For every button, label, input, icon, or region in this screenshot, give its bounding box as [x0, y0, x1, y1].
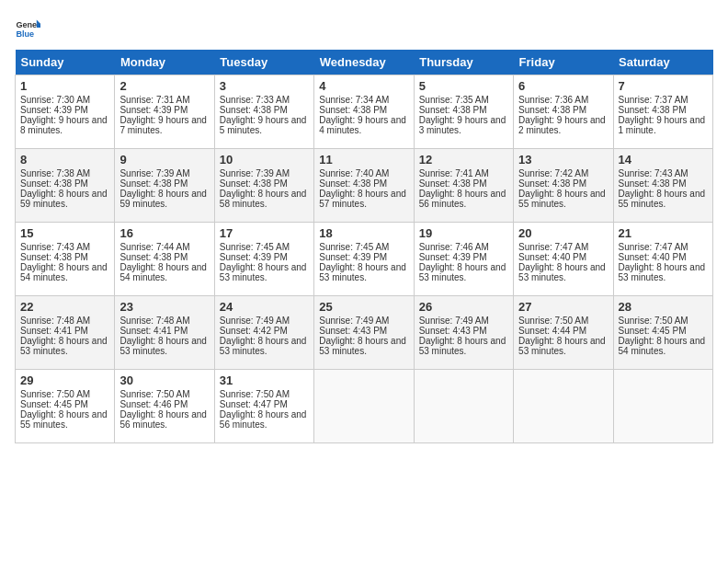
day-number: 12	[419, 153, 508, 167]
daylight-label: Daylight: 8 hours and 56 minutes.	[220, 409, 307, 430]
sunrise-label: Sunrise: 7:30 AM	[20, 95, 90, 105]
calendar-cell: 24Sunrise: 7:49 AMSunset: 4:42 PMDayligh…	[214, 296, 313, 370]
daylight-label: Daylight: 8 hours and 58 minutes.	[220, 189, 307, 209]
daylight-label: Daylight: 8 hours and 57 minutes.	[319, 189, 406, 209]
daylight-label: Daylight: 8 hours and 53 minutes.	[319, 262, 406, 282]
calendar-cell: 15Sunrise: 7:43 AMSunset: 4:38 PMDayligh…	[16, 223, 115, 296]
calendar-cell: 13Sunrise: 7:42 AMSunset: 4:38 PMDayligh…	[514, 149, 613, 223]
daylight-label: Daylight: 9 hours and 7 minutes.	[119, 115, 207, 135]
day-number: 1	[20, 79, 109, 93]
sunrise-label: Sunrise: 7:31 AM	[119, 95, 189, 105]
col-header-tuesday: Tuesday	[214, 50, 313, 75]
sunset-label: Sunset: 4:38 PM	[319, 178, 387, 189]
calendar-cell: 9Sunrise: 7:39 AMSunset: 4:38 PMDaylight…	[115, 149, 214, 223]
sunrise-label: Sunrise: 7:46 AM	[419, 242, 489, 252]
day-number: 3	[220, 79, 309, 93]
calendar-cell: 20Sunrise: 7:47 AMSunset: 4:40 PMDayligh…	[514, 223, 613, 296]
day-number: 19	[419, 226, 508, 240]
calendar-cell: 29Sunrise: 7:50 AMSunset: 4:45 PMDayligh…	[16, 370, 115, 443]
sunrise-label: Sunrise: 7:49 AM	[319, 316, 389, 326]
calendar-cell: 4Sunrise: 7:34 AMSunset: 4:38 PMDaylight…	[314, 75, 414, 149]
daylight-label: Daylight: 8 hours and 53 minutes.	[419, 336, 506, 356]
sunrise-label: Sunrise: 7:43 AM	[20, 242, 90, 252]
sunset-label: Sunset: 4:39 PM	[119, 105, 188, 115]
sunrise-label: Sunrise: 7:34 AM	[319, 95, 389, 105]
daylight-label: Daylight: 8 hours and 54 minutes.	[119, 262, 207, 282]
day-number: 6	[518, 79, 608, 93]
sunrise-label: Sunrise: 7:33 AM	[220, 95, 290, 105]
day-number: 16	[119, 226, 209, 240]
sunset-label: Sunset: 4:39 PM	[419, 252, 487, 262]
day-number: 17	[220, 226, 309, 240]
daylight-label: Daylight: 8 hours and 55 minutes.	[518, 189, 606, 209]
sunset-label: Sunset: 4:38 PM	[220, 105, 288, 115]
daylight-label: Daylight: 9 hours and 3 minutes.	[419, 115, 506, 135]
sunrise-label: Sunrise: 7:45 AM	[220, 242, 290, 252]
calendar-cell: 2Sunrise: 7:31 AMSunset: 4:39 PMDaylight…	[115, 75, 214, 149]
day-number: 5	[419, 79, 508, 93]
calendar-cell: 31Sunrise: 7:50 AMSunset: 4:47 PMDayligh…	[214, 370, 313, 443]
sunrise-label: Sunrise: 7:48 AM	[20, 316, 90, 326]
day-number: 23	[119, 300, 209, 314]
day-number: 30	[119, 373, 209, 387]
day-number: 15	[20, 226, 109, 240]
daylight-label: Daylight: 9 hours and 1 minute.	[619, 115, 706, 135]
day-number: 22	[20, 300, 109, 314]
daylight-label: Daylight: 9 hours and 2 minutes.	[518, 115, 606, 135]
daylight-label: Daylight: 8 hours and 53 minutes.	[119, 336, 207, 356]
sunrise-label: Sunrise: 7:47 AM	[619, 242, 688, 252]
calendar-cell: 21Sunrise: 7:47 AMSunset: 4:40 PMDayligh…	[613, 223, 712, 296]
daylight-label: Daylight: 8 hours and 55 minutes.	[20, 409, 108, 430]
sunset-label: Sunset: 4:38 PM	[319, 105, 387, 115]
sunset-label: Sunset: 4:39 PM	[220, 252, 288, 262]
svg-text:Blue: Blue	[16, 29, 34, 39]
calendar-cell	[314, 370, 414, 443]
sunrise-label: Sunrise: 7:50 AM	[20, 389, 90, 399]
sunset-label: Sunset: 4:40 PM	[619, 252, 687, 262]
calendar-cell: 17Sunrise: 7:45 AMSunset: 4:39 PMDayligh…	[214, 223, 313, 296]
sunrise-label: Sunrise: 7:37 AM	[619, 95, 688, 105]
sunset-label: Sunset: 4:46 PM	[119, 399, 188, 409]
day-number: 4	[319, 79, 408, 93]
sunrise-label: Sunrise: 7:44 AM	[119, 242, 189, 252]
daylight-label: Daylight: 9 hours and 4 minutes.	[319, 115, 406, 135]
daylight-label: Daylight: 8 hours and 53 minutes.	[518, 262, 606, 282]
calendar-cell: 23Sunrise: 7:48 AMSunset: 4:41 PMDayligh…	[115, 296, 214, 370]
day-number: 24	[220, 300, 309, 314]
day-number: 27	[518, 300, 608, 314]
day-number: 2	[119, 79, 209, 93]
day-number: 18	[319, 226, 408, 240]
day-number: 14	[619, 153, 708, 167]
sunrise-label: Sunrise: 7:49 AM	[220, 316, 290, 326]
calendar-cell: 5Sunrise: 7:35 AMSunset: 4:38 PMDaylight…	[414, 75, 513, 149]
day-number: 28	[619, 300, 708, 314]
col-header-wednesday: Wednesday	[314, 50, 414, 75]
sunrise-label: Sunrise: 7:50 AM	[619, 316, 688, 326]
logo: General Blue	[15, 15, 44, 40]
day-number: 11	[319, 153, 408, 167]
sunrise-label: Sunrise: 7:39 AM	[220, 168, 290, 178]
sunrise-label: Sunrise: 7:35 AM	[419, 95, 489, 105]
sunset-label: Sunset: 4:41 PM	[20, 326, 88, 336]
sunrise-label: Sunrise: 7:45 AM	[319, 242, 389, 252]
calendar-cell: 30Sunrise: 7:50 AMSunset: 4:46 PMDayligh…	[115, 370, 214, 443]
daylight-label: Daylight: 9 hours and 8 minutes.	[20, 115, 108, 135]
sunset-label: Sunset: 4:43 PM	[419, 326, 487, 336]
daylight-label: Daylight: 8 hours and 53 minutes.	[518, 336, 606, 356]
sunrise-label: Sunrise: 7:50 AM	[220, 389, 290, 399]
sunset-label: Sunset: 4:38 PM	[20, 252, 88, 262]
sunset-label: Sunset: 4:41 PM	[119, 326, 188, 336]
daylight-label: Daylight: 8 hours and 53 minutes.	[220, 262, 307, 282]
sunrise-label: Sunrise: 7:42 AM	[518, 168, 588, 178]
sunset-label: Sunset: 4:39 PM	[319, 252, 387, 262]
daylight-label: Daylight: 8 hours and 53 minutes.	[419, 262, 506, 282]
sunset-label: Sunset: 4:40 PM	[518, 252, 586, 262]
calendar-cell: 16Sunrise: 7:44 AMSunset: 4:38 PMDayligh…	[115, 223, 214, 296]
calendar-cell: 27Sunrise: 7:50 AMSunset: 4:44 PMDayligh…	[514, 296, 613, 370]
day-number: 25	[319, 300, 408, 314]
calendar-cell: 28Sunrise: 7:50 AMSunset: 4:45 PMDayligh…	[613, 296, 712, 370]
calendar-cell: 1Sunrise: 7:30 AMSunset: 4:39 PMDaylight…	[16, 75, 115, 149]
sunset-label: Sunset: 4:38 PM	[419, 178, 487, 189]
daylight-label: Daylight: 8 hours and 53 minutes.	[619, 262, 706, 282]
daylight-label: Daylight: 8 hours and 53 minutes.	[220, 336, 307, 356]
